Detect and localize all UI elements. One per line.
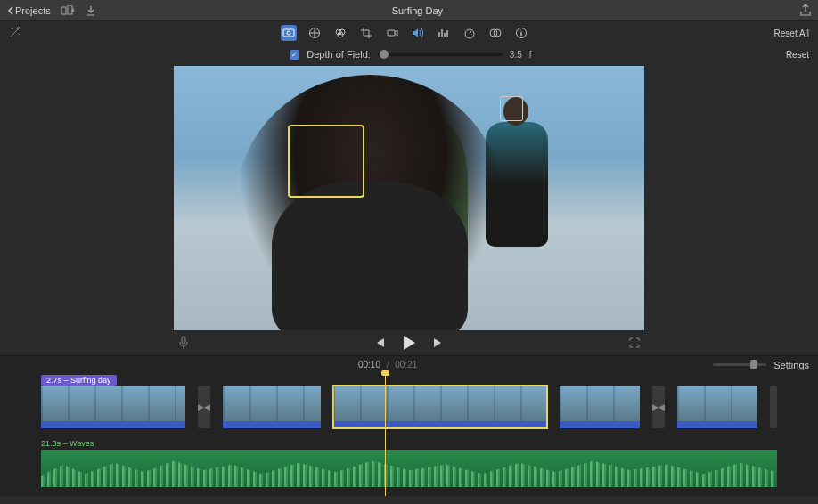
playhead[interactable] (385, 373, 386, 496)
svg-rect-2 (283, 29, 294, 37)
clip-filter-icon[interactable] (487, 25, 503, 41)
svg-rect-8 (388, 30, 395, 36)
settings-button[interactable]: Settings (773, 360, 809, 370)
timecode-current: 00:10 (358, 360, 380, 370)
timecode-total: 00:21 (395, 360, 417, 370)
video-clip-4[interactable] (560, 386, 640, 428)
scene-person-fg (236, 75, 503, 330)
share-icon[interactable] (800, 4, 811, 17)
prev-clip-button[interactable] (373, 337, 386, 348)
depth-of-field-unit: f (529, 50, 532, 60)
auto-enhance-icon[interactable] (9, 26, 21, 38)
video-clip-5[interactable] (677, 386, 757, 428)
timeline-zoom-slider[interactable] (713, 363, 766, 366)
color-balance-icon[interactable] (307, 25, 323, 41)
video-clip-3-selected[interactable] (333, 386, 547, 428)
transition-icon[interactable]: ▶◀ (198, 386, 210, 428)
depth-of-field-label: Depth of Field: (307, 49, 371, 60)
timecode-sep: / (387, 360, 389, 370)
video-clip-2[interactable] (223, 386, 321, 428)
audio-track[interactable] (41, 450, 777, 487)
svg-point-3 (287, 31, 290, 35)
video-clip-1[interactable] (41, 386, 185, 428)
next-clip-button[interactable] (432, 337, 445, 348)
clip-title-badge: 2.7s – Surfing day (41, 375, 117, 386)
zoom-thumb[interactable] (750, 360, 757, 369)
voiceover-mic-icon[interactable] (178, 336, 196, 350)
fullscreen-icon[interactable] (622, 337, 640, 348)
reset-all-button[interactable]: Reset All (774, 28, 809, 38)
depth-of-field-slider[interactable] (378, 53, 503, 56)
clip-end-handle[interactable] (770, 386, 777, 428)
play-button[interactable] (402, 335, 416, 351)
audio-clip-label: 21.3s – Waves (0, 432, 818, 450)
info-icon[interactable] (513, 25, 529, 41)
timeline[interactable]: 2.7s – Surfing day ▶◀ ▶◀ 21.3s – Waves (0, 373, 818, 496)
depth-of-field-checkbox[interactable]: ✓ (290, 50, 299, 60)
depth-of-field-value: 3.5 (510, 50, 522, 60)
svg-rect-0 (61, 7, 66, 14)
color-correction-icon[interactable] (332, 25, 348, 41)
cinematic-tool-icon[interactable] (281, 25, 297, 41)
project-title: Surfing Day (95, 5, 740, 16)
volume-icon[interactable] (410, 25, 426, 41)
reset-button[interactable]: Reset (786, 50, 809, 60)
video-track[interactable]: ▶◀ ▶◀ (0, 373, 818, 432)
stabilization-icon[interactable] (384, 25, 400, 41)
preview-viewer[interactable] (174, 66, 644, 330)
download-icon[interactable] (86, 5, 95, 16)
back-to-projects[interactable]: Projects (7, 5, 51, 16)
speed-icon[interactable] (462, 25, 478, 41)
audio-waveform (41, 450, 777, 487)
focus-rect-primary[interactable] (288, 125, 364, 198)
focus-rect-secondary[interactable] (500, 96, 523, 121)
media-import-icon[interactable] (61, 5, 76, 16)
transition-icon[interactable]: ▶◀ (652, 386, 665, 428)
back-label: Projects (15, 5, 51, 16)
slider-thumb[interactable] (380, 50, 389, 59)
svg-rect-1 (68, 5, 72, 14)
crop-icon[interactable] (358, 25, 374, 41)
svg-rect-13 (182, 337, 185, 344)
noise-reduction-icon[interactable] (436, 25, 452, 41)
